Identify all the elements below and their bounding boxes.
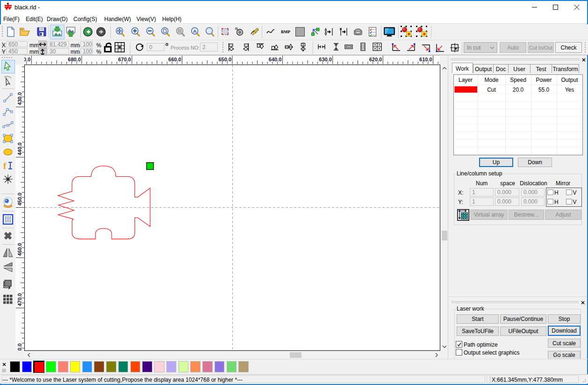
svg-text:A: A (193, 29, 196, 34)
svg-text:f: f (3, 161, 7, 171)
svg-text:450.0: 450.0 (17, 193, 22, 206)
svg-text:Output: Output (561, 77, 578, 83)
svg-text:Yes: Yes (565, 87, 574, 93)
svg-text:Cut: Cut (487, 87, 496, 93)
svg-text:690.0: 690.0 (24, 57, 30, 62)
svg-text:460.0: 460.0 (17, 243, 22, 256)
svg-text:470.0: 470.0 (17, 293, 22, 306)
svg-text:670.0: 670.0 (118, 57, 131, 62)
svg-text:440.0: 440.0 (17, 143, 22, 156)
svg-text:Layer: Layer (459, 77, 473, 83)
svg-text:620.0: 620.0 (369, 57, 382, 62)
svg-text:630.0: 630.0 (319, 57, 332, 62)
svg-text:Mode: Mode (484, 77, 498, 83)
svg-text:Speed: Speed (510, 77, 526, 83)
svg-text:20.0: 20.0 (513, 87, 524, 93)
svg-text:640.0: 640.0 (269, 57, 282, 62)
svg-text:55.0: 55.0 (538, 87, 550, 93)
svg-text:680.0: 680.0 (68, 57, 81, 62)
svg-text:Power: Power (536, 77, 552, 83)
svg-text:650.0: 650.0 (218, 57, 231, 62)
svg-text:480.0: 480.0 (17, 343, 22, 350)
svg-text:430.0: 430.0 (17, 92, 22, 105)
svg-text:660.0: 660.0 (168, 57, 181, 62)
svg-text:610.0: 610.0 (419, 57, 432, 62)
